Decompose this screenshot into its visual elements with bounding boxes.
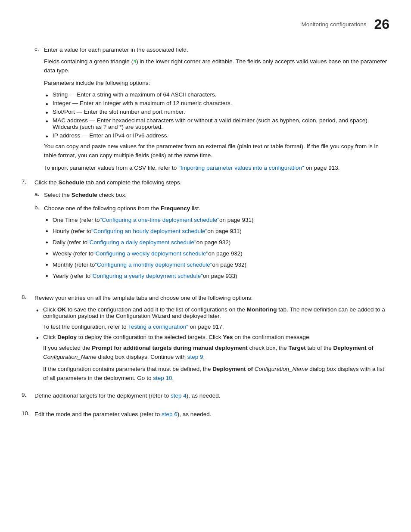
- deploy-bullet: Click Deploy to deploy the configuration…: [34, 334, 389, 383]
- 7a-pre: Select the: [44, 192, 72, 198]
- ok-bullet: Click OK to save the configuration and a…: [34, 306, 389, 332]
- onetime-link[interactable]: "Configuring a one-time deployment sched…: [100, 216, 220, 225]
- list-item: Slot/Port — Enter the slot number and po…: [44, 109, 389, 115]
- s9-link[interactable]: step 4: [171, 392, 187, 399]
- para3-text: You can copy and paste new values for th…: [44, 143, 379, 159]
- dp1-pre: If you selected the: [43, 345, 92, 351]
- step-c-para1: Fields containing a green triangle () in…: [44, 57, 389, 75]
- s10-link[interactable]: step 6: [162, 411, 177, 417]
- step-7b: b. Choose one of the following options f…: [34, 204, 389, 283]
- para4-pre: To import parameter values from a CSV fi…: [44, 165, 178, 171]
- 7b-post: list.: [190, 205, 200, 212]
- freq-onetime-post: on page 931): [219, 216, 254, 225]
- step-8: 8. Review your entries on all the templa…: [22, 294, 389, 386]
- dp2-pre: If the configuration contains parameters…: [43, 366, 212, 372]
- 7b-pre: Choose one of the following options from…: [44, 205, 161, 212]
- dp1-italic: Configuration_Name: [43, 354, 97, 360]
- deploy-para2: If the configuration contains parameters…: [43, 365, 389, 383]
- step-7a: a. Select the Schedule check box.: [34, 191, 389, 200]
- ok-bold: OK: [57, 306, 66, 313]
- ok-pre: Click: [43, 306, 57, 313]
- step-7-content: Click the Schedule tab and complete the …: [34, 178, 389, 287]
- s10-post: ), as needed.: [177, 411, 212, 417]
- step-7a-content: Select the Schedule check box.: [44, 191, 389, 200]
- freq-weekly-post: on page 932): [208, 249, 243, 258]
- step-10: 10. Edit the mode and the parameter valu…: [22, 410, 389, 423]
- testing-link[interactable]: Testing a configuration": [128, 324, 188, 330]
- step-8-content: Review your entries on all the template …: [34, 294, 389, 386]
- bullet-integer: Integer — Enter an integer with a maximu…: [53, 100, 232, 106]
- step-c-header: c. Enter a value for each parameter in t…: [34, 46, 389, 55]
- dp1-mid2: tab of the: [306, 345, 333, 351]
- monitoring-bold: Monitoring: [247, 306, 277, 313]
- frequency-list: One Time (refer to "Configuring a one-ti…: [44, 216, 389, 281]
- page-header: Monitoring configurations 26: [0, 17, 411, 35]
- page-number: 26: [374, 17, 389, 31]
- daily-link[interactable]: "Configuring a daily deployment schedule…: [87, 238, 196, 247]
- list-item: String — Enter a string with a maximum o…: [44, 91, 389, 98]
- freq-hourly-post: on page 931): [207, 227, 242, 236]
- step-7b-label: b.: [34, 204, 44, 283]
- ok-bullet-content: Click OK to save the configuration and a…: [43, 306, 389, 332]
- step-7a-label: a.: [34, 191, 44, 200]
- para2-text: Parameters include the following options…: [44, 80, 150, 86]
- list-item: IP address — Enter an IPv4 or IPv6 addre…: [44, 132, 389, 139]
- dp1-bold: Prompt for additional targets during man…: [92, 345, 248, 351]
- ok-para-post: on page 917.: [188, 324, 224, 330]
- step-c-label: c.: [34, 46, 44, 55]
- step-8-text: Review your entries on all the template …: [34, 294, 389, 303]
- yearly-link[interactable]: "Configuring a yearly deployment schedul…: [90, 272, 203, 281]
- 7a-bold: Schedule: [72, 192, 97, 198]
- step-c-para2: Parameters include the following options…: [44, 79, 389, 88]
- para1-text-pre: Fields containing a green triangle (: [44, 58, 133, 65]
- step10-link[interactable]: step 10: [153, 375, 172, 381]
- list-item: Monthly (refer to "Configuring a monthly…: [44, 261, 389, 270]
- importing-link[interactable]: "Importing parameter values into a confi…: [178, 165, 304, 171]
- step-8-num: 8.: [22, 294, 34, 386]
- step-9-num: 9.: [22, 392, 34, 404]
- weekly-link[interactable]: "Configuring a weekly deployment schedul…: [93, 249, 208, 258]
- step-c-block: c. Enter a value for each parameter in t…: [34, 46, 389, 172]
- dp2-end: .: [172, 375, 174, 381]
- list-item: Integer — Enter an integer with a maximu…: [44, 100, 389, 106]
- dp2-italic: Configuration_Name: [253, 366, 308, 372]
- freq-weekly-pre: Weekly (refer to: [53, 249, 93, 258]
- list-item: Daily (refer to "Configuring a daily dep…: [44, 238, 389, 247]
- hourly-link[interactable]: "Configuring an hourly deployment schedu…: [91, 227, 207, 236]
- list-item: One Time (refer to "Configuring a one-ti…: [44, 216, 389, 225]
- step-7: 7. Click the Schedule tab and complete t…: [22, 178, 389, 287]
- deploy-pre: Click: [43, 334, 57, 340]
- step-7-num: 7.: [22, 178, 34, 287]
- step-c-bullets: String — Enter a string with a maximum o…: [44, 91, 389, 139]
- step-10-content: Edit the mode and the parameter values (…: [34, 410, 389, 423]
- s9-post: ), as needed.: [187, 392, 221, 399]
- deploy-bold: Deploy: [57, 334, 77, 340]
- step9-link[interactable]: step 9: [187, 354, 203, 360]
- freq-yearly-post: on page 933): [203, 272, 237, 281]
- step-9-text: Define additional targets for the deploy…: [34, 392, 389, 401]
- dp1-post-pre: dialog box displays. Continue with: [97, 354, 187, 360]
- freq-monthly-post: on page 932): [212, 261, 247, 270]
- freq-daily-pre: Daily (refer to: [53, 238, 87, 247]
- step7-bold: Schedule: [59, 179, 84, 186]
- freq-hourly-pre: Hourly (refer to: [53, 227, 91, 236]
- deploy-post: on the confirmation message.: [233, 334, 311, 340]
- freq-monthly-pre: Monthly (refer to: [53, 261, 95, 270]
- step-c-para3: You can copy and paste new values for th…: [44, 142, 389, 160]
- step-7-text: Click the Schedule tab and complete the …: [34, 178, 389, 187]
- page-container: Monitoring configurations 26 c. Enter a …: [0, 0, 411, 532]
- para4-post: on page 913.: [304, 165, 340, 171]
- header-title: Monitoring configurations: [302, 21, 367, 28]
- monthly-link[interactable]: "Configuring a monthly deployment schedu…: [95, 261, 212, 270]
- content-area: c. Enter a value for each parameter in t…: [0, 46, 411, 423]
- yes-bold: Yes: [223, 334, 233, 340]
- dp1-mid: check box, the: [248, 345, 289, 351]
- bullet-mac: MAC address — Enter hexadecimal characte…: [53, 117, 389, 130]
- step-9: 9. Define additional targets for the dep…: [22, 392, 389, 404]
- deploy-mid: to deploy the configuration to the selec…: [77, 334, 223, 340]
- freq-daily-post: on page 932): [196, 238, 231, 247]
- param-options-list: String — Enter a string with a maximum o…: [44, 91, 389, 139]
- s10-pre: Edit the mode and the parameter values (…: [34, 411, 162, 417]
- list-item: Yearly (refer to "Configuring a yearly d…: [44, 272, 389, 281]
- dp2-bold: Deployment of: [212, 366, 253, 372]
